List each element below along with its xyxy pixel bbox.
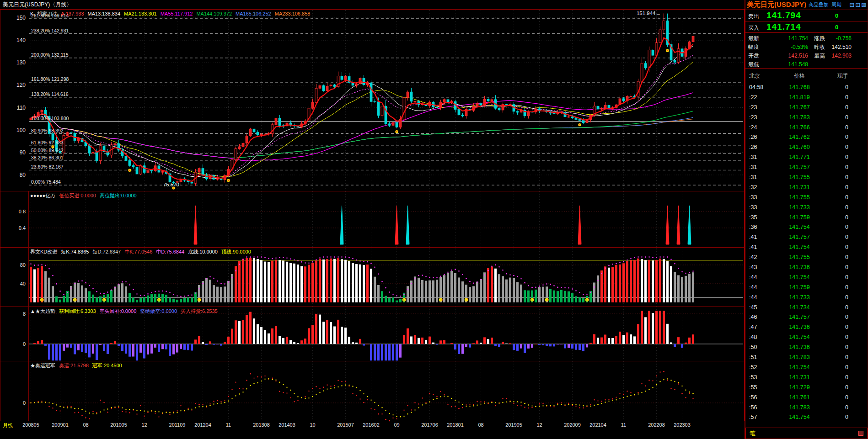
indicator-label: 奥运:21.5798: [59, 363, 89, 368]
indicator-label: 空头回补:0.0000: [100, 308, 137, 314]
tick-volume: 0: [830, 274, 848, 280]
x-axis-label: 11: [621, 422, 626, 428]
x-axis-label: 08: [83, 422, 88, 428]
trend-indicator-line: ▲★大趋势获利回吐:6.3303空头回补:0.0000坚绝做空:0.0000买入…: [30, 308, 221, 315]
olympic-indicator-line: ★奥运冠军奥运:21.5798冠军:20.4500: [30, 362, 126, 369]
tick-volume: 0: [830, 164, 848, 170]
tick-price: 141.754: [786, 414, 813, 420]
tick-time: :56: [749, 394, 757, 401]
svg-text:0.00% 75.484: 0.00% 75.484: [31, 179, 61, 185]
x-axis-label: 202303: [674, 422, 691, 428]
ask-price: 141.794: [766, 11, 801, 21]
close-icon[interactable]: ⊠: [861, 1, 866, 8]
chart-column: 1501401301201101009080151.944→75.570261.…: [0, 0, 745, 439]
indicator-label: K: [30, 11, 33, 16]
tick-price: 141.736: [786, 264, 813, 270]
smiley-marker: ☻: [156, 296, 162, 303]
tick-price: 141.731: [786, 374, 813, 381]
tick-panel-icon[interactable]: [858, 431, 863, 436]
indicator-label: 中K:77.0546: [124, 249, 152, 254]
tick-volume: 0: [830, 234, 848, 240]
indicator-label: 低位买进:0.0000: [59, 193, 96, 198]
quote-label: 开盘: [748, 52, 759, 60]
tick-price: 141.783: [786, 114, 813, 121]
quote-value: 142.510: [819, 43, 852, 51]
tick-row: :44141.7330: [745, 293, 868, 303]
tick-row: :35141.7590: [745, 213, 868, 223]
tick-time: :33: [749, 194, 757, 201]
trading-terminal-window: 美元日元(USDJPY)〈月线〉 15014013012011010090801…: [0, 0, 868, 439]
tick-volume: 0: [830, 244, 848, 250]
x-axis-label: 12: [536, 422, 542, 428]
tick-volume: 0: [830, 384, 848, 391]
restore-icon[interactable]: ⊡: [855, 1, 860, 8]
tick-price: 141.759: [786, 284, 813, 291]
minimize-icon[interactable]: ⊟: [849, 1, 854, 8]
tick-volume: 0: [830, 224, 848, 230]
tick-time: :42: [749, 254, 757, 260]
x-axis: 月线 2008052009010820100512201109201204112…: [0, 422, 745, 430]
tick-time: :35: [749, 214, 757, 221]
svg-text:80: 80: [20, 262, 26, 268]
tick-volume: 0: [830, 184, 848, 190]
indicator-label: 获利回吐:6.3303: [59, 308, 96, 314]
svg-text:0.8: 0.8: [19, 209, 26, 214]
tick-time: :51: [749, 354, 757, 360]
x-axis-label: 11: [226, 422, 231, 428]
svg-text:38.20% 86.301: 38.20% 86.301: [31, 155, 64, 160]
indicator-label: MA21:133.301: [124, 11, 157, 16]
tick-time: :26: [749, 134, 757, 140]
overlay-link[interactable]: 商品叠加: [809, 1, 829, 8]
tick-time: :31: [749, 174, 757, 180]
kd-indicator-line: 界文KD改进短K:74.8365短D:72.6347中K:77.0546中D:7…: [30, 249, 255, 255]
tick-price: 141.731: [786, 184, 813, 190]
tick-row: :56141.7830: [745, 403, 868, 413]
tick-volume: 0: [830, 364, 848, 370]
sidebar-header: 美元日元(USDJPY) 商品叠加 周期 ⊟⊡⊠: [745, 0, 868, 10]
svg-text:238.20% 142.931: 238.20% 142.931: [31, 28, 69, 33]
period-link[interactable]: 周期: [831, 1, 841, 8]
indicator-label: MA233:106.858: [275, 11, 311, 16]
tick-tab-bar[interactable]: 笔: [745, 428, 868, 439]
indicator-label: MA55:117.912: [161, 11, 193, 16]
tick-price: 141.771: [786, 154, 813, 160]
smiley-marker: ☻: [72, 296, 78, 303]
tick-volume: 0: [830, 194, 848, 201]
tick-row: 04:58141.7680: [745, 83, 868, 93]
tick-time: :52: [749, 364, 757, 370]
indicator-label: 界文KD改进: [30, 249, 57, 254]
tick-time: :41: [749, 234, 757, 240]
tick-row: :31141.7710: [745, 153, 868, 163]
svg-text:80: 80: [20, 172, 26, 178]
tick-volume: 0: [830, 254, 848, 260]
x-axis-label: 08: [478, 422, 483, 428]
tick-price: 141.734: [786, 304, 813, 311]
tick-row: :24141.7660: [745, 123, 868, 133]
tick-time: :44: [749, 274, 757, 280]
period-selector[interactable]: 月线: [3, 422, 13, 429]
indicator-label: 短K:74.8365: [61, 249, 89, 254]
indicator-label: 买入持货:6.2535: [181, 308, 218, 314]
x-axis-label: 200901: [52, 422, 69, 428]
window-icons: ⊟⊡⊠: [849, 1, 866, 8]
tick-time: :22: [749, 94, 757, 100]
x-axis-label: 202208: [648, 422, 665, 428]
tick-row: :41141.7570: [745, 233, 868, 243]
svg-text:120: 120: [16, 82, 26, 88]
bid-row[interactable]: 买入 141.714 0: [745, 21, 868, 33]
tick-time: :36: [749, 224, 757, 230]
tick-row: :50141.7360: [745, 343, 868, 353]
tick-list[interactable]: 04:58141.7680:22141.8190:23141.7670:2314…: [745, 83, 868, 423]
tick-price: 141.761: [786, 394, 813, 401]
tick-price: 141.755: [786, 174, 813, 180]
tick-price: 141.760: [786, 144, 813, 150]
smiley-marker: ☻: [544, 296, 550, 303]
ask-row[interactable]: 卖出 141.794 0: [745, 10, 868, 21]
svg-text:0: 0: [23, 341, 26, 347]
tick-volume: 0: [830, 294, 848, 301]
tick-row: :26141.7620: [745, 132, 868, 143]
tick-time: :43: [749, 264, 757, 270]
tick-volume: 0: [830, 314, 848, 320]
quote-label: 幅度: [748, 43, 759, 51]
tick-time: :23: [749, 104, 757, 111]
